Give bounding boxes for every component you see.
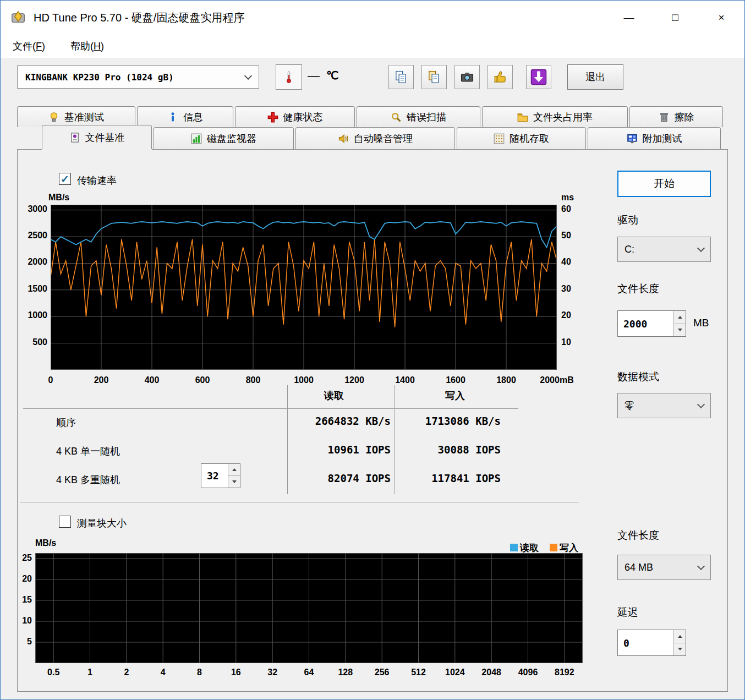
block-size-checkbox[interactable] bbox=[59, 516, 71, 528]
temperature-value: — bbox=[308, 69, 320, 83]
update-button[interactable] bbox=[526, 65, 551, 89]
file-length2-dropdown[interactable]: 64 MB bbox=[617, 555, 711, 580]
drive-select[interactable]: KINGBANK KP230 Pro (1024 gB) bbox=[17, 65, 259, 89]
write-legend-swatch bbox=[550, 544, 557, 551]
minimize-button[interactable]: — bbox=[606, 1, 652, 35]
tab-error-scan[interactable]: 错误扫描 bbox=[357, 106, 480, 127]
tab-label: 健康状态 bbox=[283, 111, 323, 124]
tab-health[interactable]: 健康状态 bbox=[235, 106, 355, 127]
maximize-button[interactable]: □ bbox=[652, 1, 698, 35]
delay-down-button[interactable] bbox=[674, 643, 686, 656]
chart1-xtick: 400 bbox=[127, 375, 177, 385]
tab-label: 文件基准 bbox=[85, 131, 125, 144]
chevron-down-icon bbox=[244, 72, 252, 80]
chart1-xtick: 1200 bbox=[330, 375, 379, 385]
camera-icon bbox=[460, 70, 474, 84]
menu-help-accel: H bbox=[94, 41, 101, 52]
chevron-down-icon bbox=[697, 244, 705, 252]
queue-depth-down-button[interactable] bbox=[228, 476, 240, 488]
tab-label: 基准测试 bbox=[64, 111, 104, 124]
chart2-ytick: 5 bbox=[18, 637, 32, 647]
copy-file-button[interactable] bbox=[421, 65, 447, 89]
up-arrow-icon bbox=[678, 635, 682, 638]
tab-benchmark[interactable]: 基准测试 bbox=[17, 106, 135, 127]
start-button[interactable]: 开始 bbox=[617, 171, 711, 197]
titlebar: HD Tune Pro 5.70 - 硬盘/固态硬盘实用程序 — □ × bbox=[1, 1, 744, 35]
chart1-ytick-left: 1000 bbox=[19, 310, 47, 320]
file-length-spinner[interactable]: 2000 bbox=[617, 310, 686, 337]
chart2-ytick: 25 bbox=[18, 553, 32, 563]
up-arrow-icon bbox=[232, 468, 237, 471]
chevron-down-icon bbox=[697, 401, 705, 408]
drive-dropdown[interactable]: C: bbox=[617, 237, 711, 262]
chart1-y-unit-left: MB/s bbox=[48, 193, 69, 203]
delay-label: 延迟 bbox=[617, 605, 638, 620]
delay-spin-buttons bbox=[673, 630, 686, 655]
menu-help-text: 帮助( bbox=[70, 41, 94, 52]
chart2-y-unit: MB/s bbox=[35, 538, 56, 548]
copy-file-icon bbox=[427, 70, 441, 84]
tab-label: 附加测试 bbox=[643, 132, 682, 145]
chart1-xtick: 800 bbox=[228, 375, 278, 385]
chart1-ytick-left: 1500 bbox=[19, 284, 47, 294]
extra-tests-icon bbox=[627, 133, 638, 144]
chart1-xtick: 600 bbox=[178, 375, 227, 385]
file-benchmark-icon bbox=[69, 132, 80, 143]
4k-single-write-value: 30088 IOPS bbox=[391, 444, 501, 456]
tab-label: 错误扫描 bbox=[407, 111, 446, 124]
file-length-down-button[interactable] bbox=[674, 324, 686, 337]
chart1-y-unit-right: ms bbox=[561, 193, 574, 203]
block-size-label: 测量块大小 bbox=[77, 517, 127, 530]
transfer-rate-label: 传输速率 bbox=[77, 174, 117, 187]
menu-help[interactable]: 帮助(H) bbox=[66, 37, 108, 55]
tab-info[interactable]: 信息 bbox=[137, 106, 233, 127]
4k-multi-read-value: 82074 IOPS bbox=[281, 472, 391, 484]
copy-clipboard-button[interactable] bbox=[388, 65, 414, 89]
close-button[interactable]: × bbox=[698, 1, 744, 35]
file-length-value: 2000 bbox=[618, 311, 673, 336]
menu-file-accel: F bbox=[36, 41, 42, 52]
tab-noise-management[interactable]: 自动噪音管理 bbox=[295, 127, 455, 149]
tab-random-access[interactable]: 随机存取 bbox=[457, 127, 586, 149]
menu-file[interactable]: 文件(F) bbox=[8, 37, 50, 55]
disk-monitor-icon bbox=[191, 133, 202, 144]
file-length-label: 文件长度 bbox=[617, 282, 659, 296]
chart2-ytick: 15 bbox=[18, 595, 32, 605]
tab-file-benchmark[interactable]: 文件基准 bbox=[42, 125, 152, 149]
tab-folder-usage[interactable]: 文件夹占用率 bbox=[482, 106, 628, 127]
transfer-rate-checkbox[interactable] bbox=[59, 173, 71, 185]
tab-extra-tests[interactable]: 附加测试 bbox=[588, 127, 721, 149]
delay-up-button[interactable] bbox=[674, 630, 686, 643]
data-mode-dropdown[interactable]: 零 bbox=[617, 393, 711, 418]
chart1-xtick: 1800 bbox=[481, 375, 531, 385]
delay-spinner[interactable]: 0 bbox=[617, 630, 686, 656]
thermometer-icon bbox=[284, 68, 293, 86]
down-arrow-icon bbox=[678, 648, 682, 650]
section-divider bbox=[20, 502, 579, 502]
tab-spacer bbox=[17, 127, 42, 149]
queue-depth-spinner[interactable]: 32 bbox=[201, 463, 240, 488]
sequential-read-value: 2664832 KB/s bbox=[281, 415, 391, 427]
download-icon bbox=[530, 69, 547, 85]
lightbulb-icon bbox=[48, 112, 59, 123]
write-legend-label: 写入 bbox=[560, 542, 578, 554]
write-column-header: 写入 bbox=[422, 389, 488, 402]
screenshot-button[interactable] bbox=[454, 65, 480, 89]
queue-depth-up-button[interactable] bbox=[228, 464, 240, 476]
erase-icon bbox=[659, 112, 670, 123]
file-benchmark-panel: 传输速率 MB/s ms 读取 写入 顺序 2664832 KB/s 17130… bbox=[17, 149, 728, 692]
read-column-header: 读取 bbox=[301, 389, 367, 402]
health-icon bbox=[267, 112, 278, 123]
tab-row-2: 文件基准 磁盘监视器 自动噪音管理 随机存取 附加测试 bbox=[17, 127, 722, 149]
tab-disk-monitor[interactable]: 磁盘监视器 bbox=[154, 127, 294, 149]
hand-icon bbox=[493, 70, 507, 84]
chart2-xtick: 8192 bbox=[543, 668, 587, 677]
file-length-up-button[interactable] bbox=[674, 311, 686, 324]
file-length2-value: 64 MB bbox=[625, 562, 653, 573]
chart1-ytick-left: 500 bbox=[19, 337, 47, 347]
chart1-xtick: 0 bbox=[26, 375, 75, 385]
tab-erase[interactable]: 擦除 bbox=[629, 106, 723, 127]
speaker-icon bbox=[338, 133, 349, 144]
donate-button[interactable] bbox=[487, 65, 513, 89]
exit-button[interactable]: 退出 bbox=[567, 64, 623, 90]
